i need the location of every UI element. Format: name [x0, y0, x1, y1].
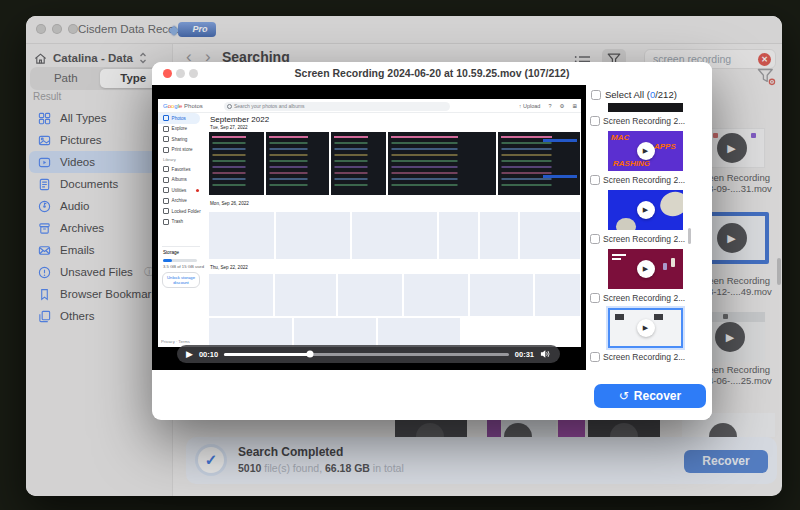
- sidebar-item-pictures[interactable]: Pictures: [29, 129, 170, 151]
- video-thumbnail[interactable]: [608, 103, 683, 112]
- thumbnail-detail: [615, 314, 624, 320]
- tab-path[interactable]: Path: [32, 69, 100, 88]
- sidebar-item-others[interactable]: Others: [29, 305, 170, 327]
- gp-photo-row: [209, 318, 580, 347]
- video-thumbnail[interactable]: MAC APPS RASHING ▶: [608, 131, 683, 171]
- gp-badge-dot: [196, 189, 200, 193]
- clear-search-icon[interactable]: ✕: [758, 53, 771, 66]
- sidebar-item-archives[interactable]: Archives: [29, 217, 170, 239]
- archive-icon: [38, 222, 51, 235]
- gp-photo-placeholder: [470, 274, 533, 316]
- select-all-checkbox[interactable]: [591, 90, 601, 100]
- player-scrubber-handle[interactable]: [306, 351, 313, 358]
- gp-heading: September 2022: [210, 115, 269, 124]
- gp-topbar-actions: ↑ Upload ? ⚙ ⊞: [511, 99, 577, 113]
- volume-icon[interactable]: [540, 349, 551, 359]
- video-thumbnail[interactable]: ▶: [608, 249, 683, 289]
- list-item[interactable]: ▶ Screen Recording 2...: [586, 249, 712, 304]
- status-bar: ✓ Search Completed 5010 file(s) found, 6…: [186, 437, 777, 484]
- gp-nav-sharing: Sharing: [158, 134, 205, 145]
- video-thumbnail[interactable]: ▶: [608, 308, 683, 348]
- sidebar-item-label: Documents: [60, 178, 118, 190]
- recording-list: Screen Recording 2... MAC APPS RASHING ▶…: [586, 103, 712, 367]
- gp-lib-archive: Archive: [158, 196, 205, 207]
- audio-icon: [38, 200, 51, 213]
- recover-button[interactable]: Recover: [684, 450, 768, 473]
- play-icon[interactable]: ▶: [637, 319, 655, 337]
- gp-divider: [162, 246, 200, 247]
- play-icon[interactable]: ▶: [637, 142, 655, 160]
- list-item-selected[interactable]: ▶ Screen Recording 2...: [586, 308, 712, 363]
- gp-photo-row: [209, 274, 580, 316]
- video-player-controls: ▶ 00:10 00:31: [177, 345, 560, 363]
- item-checkbox[interactable]: [590, 116, 600, 126]
- sidebar-item-label: Archives: [60, 222, 104, 234]
- play-icon[interactable]: ▶: [717, 223, 747, 253]
- close-window-button[interactable]: [36, 24, 46, 34]
- gp-photo-placeholder: [378, 318, 460, 347]
- video-thumbnail[interactable]: ▶: [608, 190, 683, 230]
- item-checkbox[interactable]: [590, 293, 600, 303]
- sidebar-item-label: Browser Bookmarks: [60, 288, 163, 300]
- sidebar-item-all-types[interactable]: All Types: [29, 107, 170, 129]
- item-checkbox[interactable]: [590, 234, 600, 244]
- gp-photo-placeholder: [331, 132, 386, 195]
- gp-lib-locked-folder: Locked Folder: [158, 206, 205, 217]
- sidebar-item-videos[interactable]: Videos: [29, 151, 170, 173]
- thumbnail-detail: [723, 314, 728, 319]
- gp-library-label: Library: [158, 155, 205, 164]
- select-all-row[interactable]: Select All (0/212): [591, 89, 677, 100]
- modal-recover-button[interactable]: ↺Recover: [594, 384, 706, 408]
- sidebar-item-label: Others: [60, 310, 95, 322]
- list-item[interactable]: Screen Recording 2...: [586, 103, 712, 127]
- thumbnail-text: MAC: [611, 134, 629, 142]
- gp-storage-progress: [163, 259, 197, 262]
- item-checkbox[interactable]: [590, 175, 600, 185]
- gp-storage-label: Storage: [163, 250, 179, 255]
- minimize-window-button[interactable]: [52, 24, 62, 34]
- gp-photo-placeholder: [535, 274, 580, 316]
- file-type-list: All Types Pictures Videos Documents Audi…: [29, 107, 170, 327]
- gp-date: Mon, Sep 26, 2022: [210, 201, 249, 206]
- sidebar-item-label: Emails: [60, 244, 95, 256]
- gp-photo-placeholder: [209, 318, 292, 347]
- gp-photo-placeholder: [520, 212, 580, 259]
- gp-logo-photos: Photos: [184, 103, 203, 109]
- gp-photo-placeholder: [209, 274, 273, 316]
- gp-photo-placeholder: [294, 318, 376, 347]
- sidebar-item-unsaved-files[interactable]: Unsaved Files ⓘ: [29, 261, 170, 283]
- zoom-window-button[interactable]: [68, 24, 78, 34]
- thumbnail-detail: [612, 258, 621, 260]
- seek-bar[interactable]: [224, 353, 509, 356]
- gp-lib-favorites: Favorites: [158, 164, 205, 175]
- thumbnail-text: APPS: [654, 143, 676, 151]
- desktop-background: Cisdem Data Recovery ◆ Pro Catalina - Da…: [0, 0, 800, 510]
- gp-logo: Google Photos: [163, 103, 203, 109]
- pages-icon: [38, 310, 51, 323]
- drive-selector[interactable]: Catalina - Data: [34, 50, 147, 66]
- play-button[interactable]: ▶: [186, 350, 193, 359]
- status-title: Search Completed: [238, 445, 343, 459]
- sidebar-item-documents[interactable]: Documents: [29, 173, 170, 195]
- play-icon[interactable]: ▶: [637, 201, 655, 219]
- list-item[interactable]: ▶ Screen Recording 2...: [586, 190, 712, 245]
- gp-search-bar: Search your photos and albums: [224, 102, 450, 111]
- sidebar-item-emails[interactable]: Emails: [29, 239, 170, 261]
- scrollbar-thumb[interactable]: [688, 228, 691, 244]
- path-type-segmented-control: Path Type: [30, 67, 169, 90]
- sidebar-item-audio[interactable]: Audio: [29, 195, 170, 217]
- filter-reset-icon[interactable]: [757, 68, 776, 90]
- gp-storage-used: 3.5 GB of 15 GB used: [163, 264, 204, 269]
- list-item[interactable]: MAC APPS RASHING ▶ Screen Recording 2...: [586, 131, 712, 186]
- recover-icon: ↺: [619, 389, 629, 403]
- item-checkbox[interactable]: [590, 352, 600, 362]
- sidebar-item-label: All Types: [60, 112, 106, 124]
- play-icon[interactable]: ▶: [717, 133, 747, 163]
- thumbnail-detail: [751, 133, 756, 138]
- play-icon[interactable]: ▶: [637, 260, 655, 278]
- play-icon[interactable]: ▶: [715, 322, 745, 352]
- sidebar-item-browser-bookmarks[interactable]: Browser Bookmarks: [29, 283, 170, 305]
- gp-photo-placeholder: [439, 212, 478, 259]
- scrollbar-thumb[interactable]: [777, 258, 781, 285]
- bookmark-icon: [38, 288, 51, 301]
